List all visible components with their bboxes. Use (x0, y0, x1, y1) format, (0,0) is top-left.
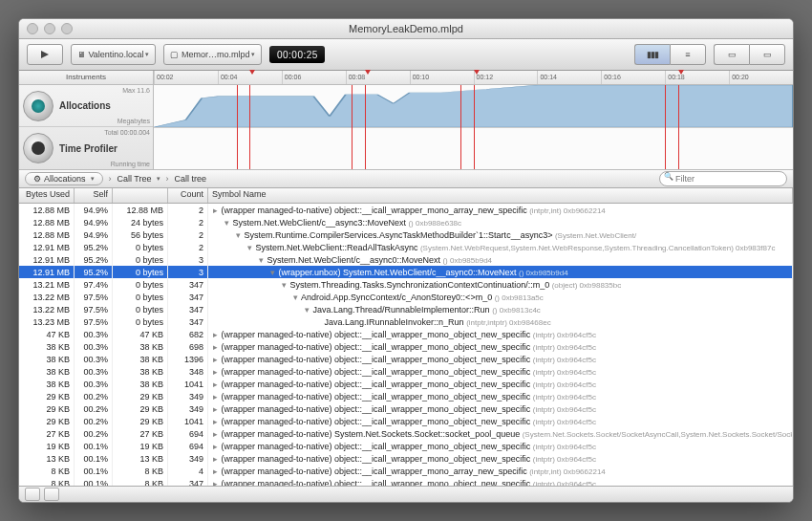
table-row[interactable]: 8 KB00.1%8 KB4 (wrapper managed-to-nativ… (19, 465, 793, 477)
col-self[interactable]: Self (75, 188, 113, 203)
region-marker[interactable] (237, 85, 238, 169)
ruler-tick: 00:14 (537, 71, 601, 84)
inspector-right-button[interactable]: ▭ (749, 44, 785, 65)
table-row[interactable]: 12.88 MB94.9%56 bytes2 System.Runtime.Co… (19, 228, 793, 241)
path-separator (107, 174, 114, 184)
cell-count: 3 (168, 253, 208, 266)
table-row[interactable]: 19 KB00.1%19 KB694 (wrapper managed-to-n… (19, 440, 793, 452)
table-row[interactable]: 29 KB00.2%29 KB349 (wrapper managed-to-n… (19, 402, 793, 415)
pane-toggle-button[interactable] (25, 488, 40, 501)
disclosure-triangle-icon[interactable] (281, 279, 288, 291)
track-allocations[interactable]: Allocations Max 11.6 Megabytes (19, 85, 153, 127)
table-row[interactable]: 47 KB00.3%47 KB682 (wrapper managed-to-n… (19, 328, 793, 340)
region-marker[interactable] (678, 85, 679, 169)
flag-marker-icon[interactable] (678, 70, 684, 75)
region-marker[interactable] (665, 85, 666, 169)
disclosure-triangle-icon[interactable] (212, 453, 219, 465)
disclosure-triangle-icon[interactable] (212, 428, 219, 440)
disclosure-triangle-icon[interactable] (212, 341, 219, 353)
table-row[interactable]: 38 KB00.3%38 KB348 (wrapper managed-to-n… (19, 365, 793, 378)
disclosure-triangle-icon[interactable] (212, 205, 219, 216)
region-marker[interactable] (352, 85, 353, 169)
col-symbol[interactable]: Symbol Name (208, 188, 793, 203)
table-row[interactable]: 13.22 MB97.5%0 bytes347 Java.Lang.Thread… (19, 303, 793, 315)
track-graphs[interactable] (154, 85, 793, 169)
cell-count: 348 (168, 365, 208, 378)
chevron-down-icon: ▾ (251, 51, 255, 58)
disclosure-triangle-icon[interactable] (212, 329, 219, 340)
table-row[interactable]: 8 KB00.1%8 KB347 (wrapper managed-to-nat… (19, 477, 793, 486)
disclosure-triangle-icon[interactable] (235, 229, 242, 241)
track-time-profiler[interactable]: Time Profiler Total 00:00.004 Running ti… (19, 127, 153, 169)
table-row[interactable]: 13.23 MB97.5%0 bytes347 Java.Lang.IRunna… (19, 315, 793, 328)
table-row[interactable]: 38 KB00.3%38 KB698 (wrapper managed-to-n… (19, 340, 793, 353)
table-row[interactable]: 29 KB00.2%29 KB349 (wrapper managed-to-n… (19, 390, 793, 402)
flag-marker-icon[interactable] (365, 70, 371, 75)
disclosure-triangle-icon[interactable] (224, 217, 230, 228)
table-row[interactable]: 12.91 MB95.2%0 bytes2 System.Net.WebClie… (19, 241, 793, 253)
record-button[interactable] (27, 44, 63, 65)
disclosure-triangle-icon[interactable] (212, 466, 219, 477)
cell-count: 2 (168, 216, 208, 228)
disclosure-triangle-icon[interactable] (212, 478, 219, 486)
region-marker[interactable] (249, 85, 250, 169)
view-list-button[interactable]: ≡ (670, 44, 706, 65)
maximize-icon[interactable] (61, 23, 73, 34)
flag-marker-icon[interactable] (474, 70, 480, 75)
region-marker[interactable] (474, 85, 475, 169)
disclosure-triangle-icon[interactable] (212, 366, 219, 378)
target-select[interactable]: ▢ Memor…mo.mlpd ▾ (163, 44, 262, 65)
table-row[interactable]: 13.21 MB97.4%0 bytes347 System.Threading… (19, 278, 793, 291)
device-select[interactable]: 🖥 Valentino.local ▾ (71, 44, 156, 65)
crumb-1[interactable]: Call tree (175, 174, 207, 184)
disclosure-triangle-icon[interactable] (212, 379, 219, 390)
table-row[interactable]: 13 KB00.1%13 KB349 (wrapper managed-to-n… (19, 452, 793, 465)
titlebar[interactable]: MemoryLeakDemo.mlpd (19, 19, 793, 39)
table-row[interactable]: 38 KB00.3%38 KB1041 (wrapper managed-to-… (19, 378, 793, 390)
minimize-icon[interactable] (44, 23, 55, 34)
cell-symbol: (wrapper managed-to-native) object::__ic… (208, 402, 793, 415)
disclosure-triangle-icon[interactable] (304, 304, 310, 315)
crumb-0[interactable]: Call Tree▾ (118, 174, 160, 184)
inspector-segment: ▭ ▭ (714, 44, 785, 65)
flag-marker-icon[interactable] (249, 70, 255, 75)
table-row[interactable]: 12.88 MB94.9%12.88 MB2 (wrapper managed-… (19, 204, 793, 216)
inspector-left-button[interactable]: ▭ (714, 44, 749, 65)
disclosure-triangle-icon[interactable] (269, 267, 276, 278)
data-source-select[interactable]: ⚙ Allocations ▾ (25, 172, 103, 185)
table-row[interactable]: 12.91 MB95.2%0 bytes3 System.Net.WebClie… (19, 253, 793, 266)
disclosure-triangle-icon[interactable] (212, 403, 219, 415)
cell-symbol: (wrapper managed-to-native) object::__ic… (208, 415, 793, 427)
view-detail-button[interactable]: ▮▮▮ (634, 44, 670, 65)
timeline-ruler[interactable]: 00:0200:0400:0600:0800:1000:1200:1400:16… (154, 71, 793, 84)
table-row[interactable]: 13.22 MB97.5%0 bytes347 Android.App.Sync… (19, 291, 793, 303)
col-count[interactable]: Count (168, 188, 208, 203)
cell-bytes: 13.23 MB (19, 315, 75, 328)
disclosure-triangle-icon[interactable] (258, 254, 265, 266)
col-bytes[interactable]: Bytes Used (19, 188, 75, 203)
table-row[interactable]: 29 KB00.2%29 KB1041 (wrapper managed-to-… (19, 415, 793, 427)
cell-count: 347 (168, 315, 208, 328)
region-marker[interactable] (460, 85, 461, 169)
region-marker[interactable] (365, 85, 366, 169)
table-row[interactable]: 38 KB00.3%38 KB1396 (wrapper managed-to-… (19, 353, 793, 365)
table-row[interactable]: 12.91 MB95.2%0 bytes3 (wrapper.unbox) Sy… (19, 266, 793, 278)
table-row[interactable]: 27 KB00.2%27 KB694 (wrapper managed-to-n… (19, 427, 793, 440)
disclosure-triangle-icon[interactable] (246, 242, 253, 253)
track-name: Allocations (59, 100, 111, 111)
disclosure-triangle-icon[interactable] (292, 292, 299, 303)
pane-toggle-button[interactable] (44, 488, 59, 501)
cell-symbol: (wrapper managed-to-native) System.Net.S… (208, 427, 793, 440)
table-row[interactable]: 12.88 MB94.9%24 bytes2 System.Net.WebCli… (19, 216, 793, 228)
close-icon[interactable] (27, 23, 38, 34)
disclosure-triangle-icon[interactable] (212, 391, 219, 402)
ruler-tick: 00:06 (282, 71, 346, 84)
filter-input[interactable] (659, 171, 787, 186)
disclosure-triangle-icon[interactable] (212, 416, 219, 427)
disclosure-triangle-icon[interactable] (212, 441, 219, 452)
col-self-bytes[interactable] (113, 188, 168, 203)
cell-count: 1041 (168, 378, 208, 390)
view-mode-segment: ▮▮▮ ≡ (634, 44, 706, 65)
table-body[interactable]: 12.88 MB94.9%12.88 MB2 (wrapper managed-… (19, 204, 793, 486)
disclosure-triangle-icon[interactable] (212, 354, 219, 365)
